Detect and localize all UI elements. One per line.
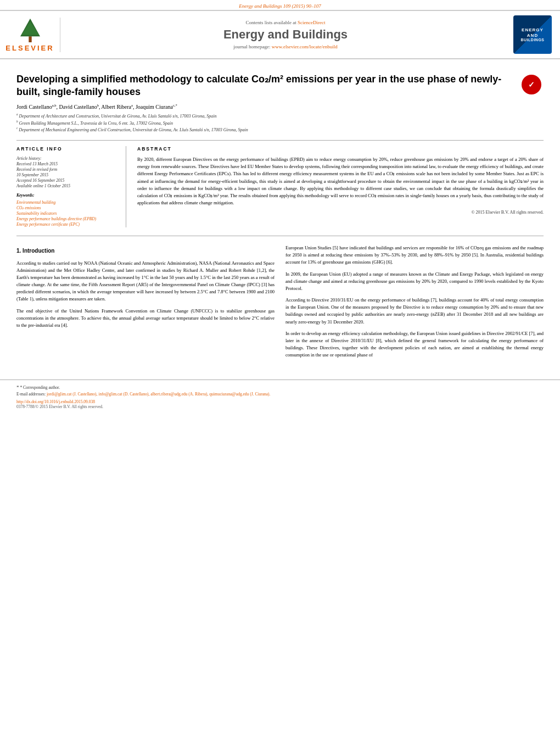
info-abstract-section: ARTICLE INFO Article history: Received 1… — [16, 140, 544, 227]
corresponding-note: * * Corresponding author. — [16, 384, 544, 390]
body-right-p4: In order to develop an energy efficiency… — [285, 330, 544, 359]
main-content: Developing a simplified methodology to c… — [0, 59, 560, 371]
body-content: 1. Introduction According to studies car… — [16, 244, 544, 363]
sciencedirect-link[interactable]: ScienceDirect — [298, 20, 325, 25]
intro-heading: 1. Introduction — [16, 247, 275, 255]
body-right-p3: According to Directive 2010/31/EU on the… — [285, 297, 544, 326]
affiliations: a Department of Architecture and Constru… — [16, 113, 544, 133]
homepage-link[interactable]: www.elsevier.com/locate/enbuild — [272, 44, 338, 49]
keyword-1: Environmental building — [16, 200, 117, 205]
article-title: Developing a simplified methodology to c… — [16, 73, 513, 99]
keyword-3: Sustainability indicators — [16, 211, 117, 216]
history-label: Article history: — [16, 156, 117, 161]
svg-rect-0 — [29, 36, 31, 42]
body-left-p1: According to studies carried out by NOAA… — [16, 260, 275, 303]
body-right-p2: In 2009, the European Union (EU) adopted… — [285, 271, 544, 293]
crossmark-icon: ✓ — [522, 75, 541, 94]
article-header: Developing a simplified methodology to c… — [16, 73, 544, 99]
contents-available: Contents lists available at ScienceDirec… — [66, 20, 505, 25]
eb-logo-box: ENERGY AND BUILDINGS — [513, 15, 552, 54]
keywords-heading: Keywords: — [16, 193, 117, 198]
abstract-text: By 2020, different European Directives o… — [137, 156, 544, 207]
elsevier-tree-icon — [14, 18, 47, 42]
accepted-date: Accepted 16 September 2015 — [16, 178, 117, 183]
keyword-5: Energy performance certificate (EPC) — [16, 222, 117, 227]
svg-marker-2 — [21, 21, 38, 35]
body-left-p2: The end objective of the United Nations … — [16, 308, 275, 330]
eb-energy-text: ENERGY — [522, 27, 544, 33]
eb-buildings-text: BUILDINGS — [521, 38, 545, 42]
received-date: Received 13 March 2015 — [16, 161, 117, 166]
keyword-4: Energy performance buildings directive (… — [16, 216, 117, 221]
journal-citation: Energy and Buildings 109 (2015) 90–107 — [0, 0, 560, 10]
journal-center: Contents lists available at ScienceDirec… — [66, 20, 505, 49]
abstract-heading: ABSTRACT — [137, 146, 544, 152]
journal-homepage: journal homepage: www.elsevier.com/locat… — [66, 44, 505, 49]
article-history: Article history: Received 13 March 2015 … — [16, 156, 117, 188]
section-divider — [16, 236, 544, 236]
elsevier-wordmark: ELSEVIER — [5, 44, 54, 52]
keywords-section: Keywords: Environmental building CO₂ emi… — [16, 193, 117, 227]
eb-logo: ENERGY AND BUILDINGS — [511, 15, 555, 54]
received-revised-label: Received in revised form — [16, 167, 117, 172]
article-info-heading: ARTICLE INFO — [16, 146, 117, 152]
keyword-2: CO₂ emissions — [16, 205, 117, 210]
abstract-column: ABSTRACT By 2020, different European Dir… — [137, 146, 544, 227]
issn-line: 0378-7788/© 2015 Elsevier B.V. All right… — [16, 404, 544, 409]
email-addresses[interactable]: jordi@glim.cat (J. Castellano), info@gli… — [47, 392, 271, 397]
crossmark-logo[interactable]: ✓ — [522, 75, 544, 94]
copyright: © 2015 Elsevier B.V. All rights reserved… — [137, 210, 544, 215]
journal-header: ELSEVIER Contents lists available at Sci… — [0, 10, 560, 59]
available-date: Available online 1 October 2015 — [16, 183, 117, 188]
eb-and-text: AND — [527, 33, 538, 38]
article-info-column: ARTICLE INFO Article history: Received 1… — [16, 146, 126, 227]
body-left-column: 1. Introduction According to studies car… — [16, 244, 275, 363]
footer: * * Corresponding author. E-mail address… — [0, 380, 560, 409]
authors: Jordi Castellanoa,b, David Castellanob, … — [16, 103, 544, 110]
journal-title: Energy and Buildings — [66, 27, 505, 42]
elsevier-logo: ELSEVIER — [5, 18, 60, 52]
body-right-column: European Union Studies [5] have indicate… — [285, 244, 544, 363]
doi-line[interactable]: http://dx.doi.org/10.1016/j.enbuild.2015… — [16, 399, 544, 404]
revised-date: 10 September 2015 — [16, 172, 117, 177]
body-right-p1: European Union Studies [5] have indicate… — [285, 244, 544, 266]
email-note: E-mail addresses: jordi@glim.cat (J. Cas… — [16, 392, 544, 397]
